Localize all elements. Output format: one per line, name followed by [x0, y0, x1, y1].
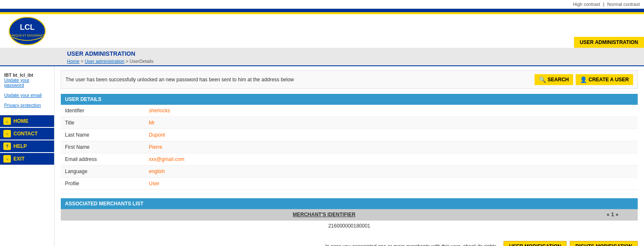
table-row: Email addressxxx@gmail.com	[61, 153, 638, 166]
sidebar: IBT bt_lcl_ibt Update your password Upda…	[0, 66, 55, 246]
page-title: USER ADMINISTRATION	[67, 50, 640, 57]
header-content: USER ADMINISTRATION	[55, 14, 644, 48]
action-buttons: 🔍 SEARCH 👤 CREATE A USER	[535, 74, 633, 85]
table-row: First NamePierre	[61, 141, 638, 153]
breadcrumb-user-admin[interactable]: User administration	[85, 59, 125, 64]
top-bar: High contrast | Normal contrast	[0, 0, 644, 9]
breadcrumb-bar: USER ADMINISTRATION Home > User administ…	[0, 48, 644, 66]
sidebar-item-label: HELP	[13, 143, 27, 149]
table-row: 216000000180001	[61, 220, 638, 232]
user-admin-button[interactable]: USER ADMINISTRATION	[574, 37, 644, 48]
field-value: Pierre	[145, 141, 638, 153]
pagination-header: « 1 »	[587, 209, 638, 220]
sidebar-item-contact[interactable]: ○ CONTACT	[0, 128, 54, 140]
bottom-note: In case you associated one or more merch…	[325, 243, 496, 246]
merchants-section: ASSOCIATED MERCHANTS LIST MERCHANT'S IDE…	[61, 198, 638, 231]
main-layout: IBT bt_lcl_ibt Update your password Upda…	[0, 66, 644, 246]
sidebar-item-label: CONTACT	[13, 131, 38, 137]
next-page[interactable]: »	[615, 212, 618, 218]
notice-text: The user has been successfully unlocked …	[65, 77, 294, 83]
field-label: Title	[61, 117, 145, 129]
lcl-logo: LCL BANQUE ET ASSURANCE	[8, 16, 46, 46]
breadcrumb: Home > User administration > UserDetails	[67, 59, 640, 64]
field-label: Email address	[61, 153, 145, 166]
update-email-link[interactable]: Update your email	[4, 93, 50, 98]
breadcrumb-home[interactable]: Home	[67, 59, 79, 64]
header-btn-area: USER ADMINISTRATION	[55, 35, 644, 48]
table-row: Languageenglish	[61, 166, 638, 178]
field-label: Last Name	[61, 129, 145, 141]
field-value: User	[145, 178, 638, 190]
field-value: english	[145, 166, 638, 178]
logo-area: LCL BANQUE ET ASSURANCE	[0, 14, 55, 48]
bottom-action-bar: In case you associated one or more merch…	[61, 238, 638, 246]
merchants-header: ASSOCIATED MERCHANTS LIST	[61, 198, 638, 209]
field-label: Identifier	[61, 105, 145, 117]
current-page: 1	[611, 212, 614, 218]
exit-icon: ○	[3, 155, 11, 163]
header-spacer	[55, 14, 644, 35]
update-password-link[interactable]: Update your password	[4, 78, 50, 88]
user-modification-button[interactable]: USER MODIFICATION	[504, 241, 566, 246]
sidebar-user-info: IBT bt_lcl_ibt Update your password Upda…	[0, 70, 54, 112]
merchant-id-column-header: MERCHANT'S IDENTIFIER	[61, 209, 587, 220]
user-details-table: IdentifiersherlocksTitleMrLast NameDupon…	[61, 105, 638, 190]
separator: |	[603, 2, 604, 7]
sidebar-item-label: EXIT	[13, 156, 25, 162]
svg-text:BANQUE ET ASSURANCE: BANQUE ET ASSURANCE	[9, 34, 45, 37]
header-wrapper: LCL BANQUE ET ASSURANCE USER ADMINISTRAT…	[0, 9, 644, 48]
create-user-button[interactable]: 👤 CREATE A USER	[576, 74, 633, 85]
sidebar-item-label: HOME	[13, 118, 29, 124]
merchants-table: MERCHANT'S IDENTIFIER « 1 » 216000000180…	[61, 209, 638, 231]
field-value: Dupont	[145, 129, 638, 141]
privacy-link[interactable]: Privacy protection	[4, 103, 50, 108]
field-label: Language	[61, 166, 145, 178]
high-contrast-link[interactable]: High contrast	[573, 2, 600, 7]
blue-top-bar	[0, 9, 644, 12]
prev-page[interactable]: «	[607, 212, 610, 218]
search-button[interactable]: 🔍 SEARCH	[535, 74, 573, 85]
inner-header: LCL BANQUE ET ASSURANCE USER ADMINISTRAT…	[0, 14, 644, 48]
sidebar-item-help[interactable]: ? HELP	[0, 140, 54, 152]
merchant-id-sort-link[interactable]: MERCHANT'S IDENTIFIER	[293, 212, 356, 218]
field-value: sherlocks	[145, 105, 638, 117]
field-label: First Name	[61, 141, 145, 153]
content-area: The user has been successfully unlocked …	[55, 66, 644, 246]
table-row: TitleMr	[61, 117, 638, 129]
sidebar-item-home[interactable]: ⌂ HOME	[0, 115, 54, 127]
table-row: Identifiersherlocks	[61, 105, 638, 117]
sidebar-username: IBT bt_lcl_ibt	[4, 73, 50, 78]
user-details-header: USER DETAILS	[61, 94, 638, 105]
search-icon: 🔍	[539, 76, 546, 83]
sidebar-item-exit[interactable]: ○ EXIT	[0, 153, 54, 165]
notice-bar: The user has been successfully unlocked …	[61, 70, 638, 89]
table-row: ProfileUser	[61, 178, 638, 190]
field-value: Mr	[145, 117, 638, 129]
help-icon: ?	[3, 142, 11, 150]
sidebar-nav: ⌂ HOME ○ CONTACT ? HELP ○ EXIT	[0, 115, 54, 165]
create-user-icon: 👤	[580, 76, 587, 83]
breadcrumb-current: UserDetails	[130, 59, 153, 64]
home-icon: ⌂	[3, 117, 11, 125]
field-value: xxx@gmail.com	[145, 153, 638, 166]
svg-text:LCL: LCL	[20, 23, 35, 31]
field-label: Profile	[61, 178, 145, 190]
contact-icon: ○	[3, 130, 11, 137]
merchant-identifier: 216000000180001	[61, 220, 638, 232]
table-row: Last NameDupont	[61, 129, 638, 141]
normal-contrast-link[interactable]: Normal contrast	[607, 2, 640, 7]
rights-modification-button[interactable]: RIGHTS MODIFICATION	[570, 241, 638, 246]
